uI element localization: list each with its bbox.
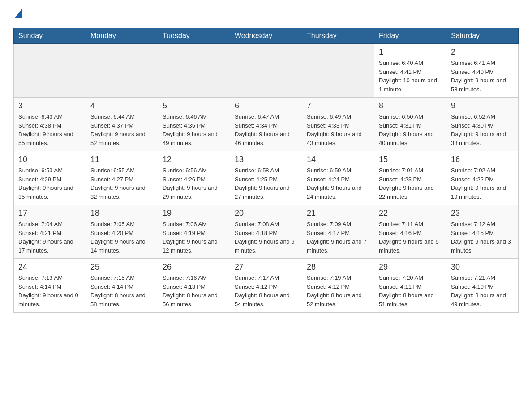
day-number: 2 bbox=[451, 47, 514, 57]
calendar-cell: 29Sunrise: 7:20 AMSunset: 4:11 PMDayligh… bbox=[374, 259, 446, 313]
day-info: Sunrise: 6:50 AMSunset: 4:31 PMDaylight:… bbox=[379, 112, 442, 147]
page-header bbox=[13, 9, 519, 19]
day-info: Sunrise: 7:19 AMSunset: 4:12 PMDaylight:… bbox=[307, 274, 369, 308]
calendar-cell: 16Sunrise: 7:02 AMSunset: 4:22 PMDayligh… bbox=[446, 151, 519, 205]
day-number: 26 bbox=[163, 262, 225, 272]
day-info: Sunrise: 7:02 AMSunset: 4:22 PMDaylight:… bbox=[451, 166, 514, 201]
calendar-cell: 8Sunrise: 6:50 AMSunset: 4:31 PMDaylight… bbox=[374, 98, 446, 151]
day-number: 20 bbox=[235, 209, 297, 218]
day-info: Sunrise: 7:21 AMSunset: 4:10 PMDaylight:… bbox=[451, 274, 514, 308]
day-info: Sunrise: 6:55 AMSunset: 4:27 PMDaylight:… bbox=[90, 166, 153, 201]
col-header-monday: Monday bbox=[86, 28, 158, 44]
calendar-cell: 17Sunrise: 7:04 AMSunset: 4:21 PMDayligh… bbox=[14, 205, 86, 259]
calendar-cell bbox=[302, 44, 374, 98]
day-number: 21 bbox=[307, 209, 369, 218]
calendar-cell: 24Sunrise: 7:13 AMSunset: 4:14 PMDayligh… bbox=[14, 259, 86, 313]
day-info: Sunrise: 7:12 AMSunset: 4:15 PMDaylight:… bbox=[451, 220, 514, 255]
calendar-cell: 10Sunrise: 6:53 AMSunset: 4:29 PMDayligh… bbox=[14, 151, 86, 205]
day-info: Sunrise: 7:04 AMSunset: 4:21 PMDaylight:… bbox=[18, 220, 81, 255]
calendar-cell: 22Sunrise: 7:11 AMSunset: 4:16 PMDayligh… bbox=[374, 205, 446, 259]
day-info: Sunrise: 6:44 AMSunset: 4:37 PMDaylight:… bbox=[90, 112, 153, 147]
day-number: 9 bbox=[451, 101, 514, 111]
col-header-tuesday: Tuesday bbox=[158, 28, 230, 44]
day-number: 25 bbox=[90, 262, 153, 272]
day-info: Sunrise: 7:20 AMSunset: 4:11 PMDaylight:… bbox=[379, 274, 442, 308]
calendar-cell: 14Sunrise: 6:59 AMSunset: 4:24 PMDayligh… bbox=[302, 151, 374, 205]
day-number: 7 bbox=[307, 101, 369, 111]
day-number: 6 bbox=[235, 101, 297, 111]
calendar-cell: 3Sunrise: 6:43 AMSunset: 4:38 PMDaylight… bbox=[14, 98, 86, 151]
calendar-cell: 7Sunrise: 6:49 AMSunset: 4:33 PMDaylight… bbox=[302, 98, 374, 151]
calendar-cell: 4Sunrise: 6:44 AMSunset: 4:37 PMDaylight… bbox=[86, 98, 158, 151]
calendar-cell: 30Sunrise: 7:21 AMSunset: 4:10 PMDayligh… bbox=[446, 259, 519, 313]
calendar-table: SundayMondayTuesdayWednesdayThursdayFrid… bbox=[13, 28, 519, 313]
col-header-saturday: Saturday bbox=[446, 28, 519, 44]
day-number: 24 bbox=[18, 262, 81, 272]
col-header-sunday: Sunday bbox=[14, 28, 86, 44]
calendar-cell bbox=[86, 44, 158, 98]
calendar-cell: 2Sunrise: 6:41 AMSunset: 4:40 PMDaylight… bbox=[446, 44, 519, 98]
day-number: 17 bbox=[18, 209, 81, 218]
day-number: 22 bbox=[379, 209, 442, 218]
day-number: 11 bbox=[90, 155, 153, 164]
day-number: 8 bbox=[379, 101, 442, 111]
day-info: Sunrise: 7:13 AMSunset: 4:14 PMDaylight:… bbox=[18, 274, 81, 308]
calendar-cell bbox=[158, 44, 230, 98]
day-number: 15 bbox=[379, 155, 442, 164]
day-info: Sunrise: 7:06 AMSunset: 4:19 PMDaylight:… bbox=[163, 220, 225, 255]
logo-triangle-icon bbox=[15, 9, 22, 18]
col-header-wednesday: Wednesday bbox=[230, 28, 302, 44]
day-number: 30 bbox=[451, 262, 514, 272]
day-number: 4 bbox=[90, 101, 153, 111]
day-info: Sunrise: 6:40 AMSunset: 4:41 PMDaylight:… bbox=[379, 59, 442, 94]
day-number: 28 bbox=[307, 262, 369, 272]
day-number: 19 bbox=[163, 209, 225, 218]
calendar-cell: 1Sunrise: 6:40 AMSunset: 4:41 PMDaylight… bbox=[374, 44, 446, 98]
day-info: Sunrise: 7:01 AMSunset: 4:23 PMDaylight:… bbox=[379, 166, 442, 201]
calendar-cell: 23Sunrise: 7:12 AMSunset: 4:15 PMDayligh… bbox=[446, 205, 519, 259]
day-info: Sunrise: 7:08 AMSunset: 4:18 PMDaylight:… bbox=[235, 220, 297, 255]
calendar-cell: 5Sunrise: 6:46 AMSunset: 4:35 PMDaylight… bbox=[158, 98, 230, 151]
day-info: Sunrise: 7:05 AMSunset: 4:20 PMDaylight:… bbox=[90, 220, 153, 255]
day-info: Sunrise: 7:11 AMSunset: 4:16 PMDaylight:… bbox=[379, 220, 442, 255]
day-info: Sunrise: 6:47 AMSunset: 4:34 PMDaylight:… bbox=[235, 112, 297, 147]
logo bbox=[13, 9, 22, 19]
day-info: Sunrise: 6:53 AMSunset: 4:29 PMDaylight:… bbox=[18, 166, 81, 201]
calendar-cell: 6Sunrise: 6:47 AMSunset: 4:34 PMDaylight… bbox=[230, 98, 302, 151]
day-number: 23 bbox=[451, 209, 514, 218]
calendar-cell: 11Sunrise: 6:55 AMSunset: 4:27 PMDayligh… bbox=[86, 151, 158, 205]
calendar-cell bbox=[14, 44, 86, 98]
day-info: Sunrise: 6:46 AMSunset: 4:35 PMDaylight:… bbox=[163, 112, 225, 147]
calendar-cell: 18Sunrise: 7:05 AMSunset: 4:20 PMDayligh… bbox=[86, 205, 158, 259]
calendar-cell: 25Sunrise: 7:15 AMSunset: 4:14 PMDayligh… bbox=[86, 259, 158, 313]
day-number: 5 bbox=[163, 101, 225, 111]
calendar-cell: 15Sunrise: 7:01 AMSunset: 4:23 PMDayligh… bbox=[374, 151, 446, 205]
day-info: Sunrise: 7:17 AMSunset: 4:12 PMDaylight:… bbox=[235, 274, 297, 308]
calendar-cell: 12Sunrise: 6:56 AMSunset: 4:26 PMDayligh… bbox=[158, 151, 230, 205]
day-info: Sunrise: 6:58 AMSunset: 4:25 PMDaylight:… bbox=[235, 166, 297, 201]
day-info: Sunrise: 6:52 AMSunset: 4:30 PMDaylight:… bbox=[451, 112, 514, 147]
day-info: Sunrise: 6:59 AMSunset: 4:24 PMDaylight:… bbox=[307, 166, 369, 201]
day-number: 16 bbox=[451, 155, 514, 164]
calendar-cell: 9Sunrise: 6:52 AMSunset: 4:30 PMDaylight… bbox=[446, 98, 519, 151]
day-number: 27 bbox=[235, 262, 297, 272]
day-number: 12 bbox=[163, 155, 225, 164]
day-info: Sunrise: 6:56 AMSunset: 4:26 PMDaylight:… bbox=[163, 166, 225, 201]
col-header-thursday: Thursday bbox=[302, 28, 374, 44]
day-info: Sunrise: 6:49 AMSunset: 4:33 PMDaylight:… bbox=[307, 112, 369, 147]
day-number: 1 bbox=[379, 47, 442, 57]
day-number: 18 bbox=[90, 209, 153, 218]
col-header-friday: Friday bbox=[374, 28, 446, 44]
day-number: 14 bbox=[307, 155, 369, 164]
calendar-cell: 13Sunrise: 6:58 AMSunset: 4:25 PMDayligh… bbox=[230, 151, 302, 205]
calendar-cell: 26Sunrise: 7:16 AMSunset: 4:13 PMDayligh… bbox=[158, 259, 230, 313]
day-number: 10 bbox=[18, 155, 81, 164]
day-info: Sunrise: 7:09 AMSunset: 4:17 PMDaylight:… bbox=[307, 220, 369, 255]
day-info: Sunrise: 7:16 AMSunset: 4:13 PMDaylight:… bbox=[163, 274, 225, 308]
day-number: 13 bbox=[235, 155, 297, 164]
day-number: 3 bbox=[18, 101, 81, 111]
calendar-cell: 21Sunrise: 7:09 AMSunset: 4:17 PMDayligh… bbox=[302, 205, 374, 259]
day-info: Sunrise: 6:43 AMSunset: 4:38 PMDaylight:… bbox=[18, 112, 81, 147]
day-info: Sunrise: 6:41 AMSunset: 4:40 PMDaylight:… bbox=[451, 59, 514, 94]
calendar-cell bbox=[230, 44, 302, 98]
